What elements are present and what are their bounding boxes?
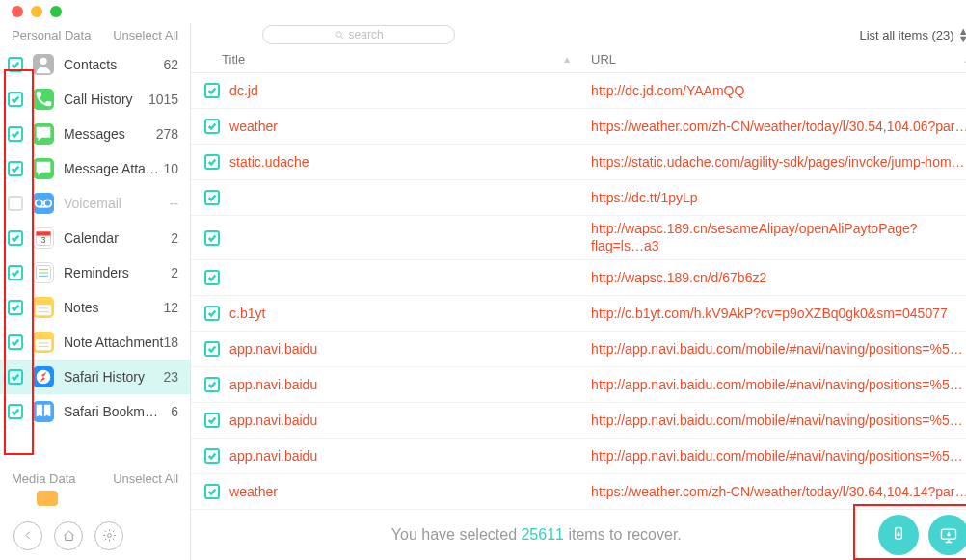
toolbar: search List all items (23) ▲▼ bbox=[191, 23, 966, 46]
category-checkbox bbox=[8, 196, 23, 211]
table-row[interactable]: c.b1ythttp://c.b1yt.com/h.kV9AkP?cv=p9oX… bbox=[191, 296, 966, 332]
table-row[interactable]: app.navi.baiduhttp://app.navi.baidu.com/… bbox=[191, 332, 966, 367]
table-row[interactable]: app.navi.baiduhttp://app.navi.baidu.com/… bbox=[191, 439, 966, 474]
table-row[interactable]: static.udachehttps://static.udache.com/a… bbox=[191, 145, 966, 180]
svg-point-0 bbox=[40, 58, 46, 65]
table-row[interactable]: app.navi.baiduhttp://app.navi.baidu.com/… bbox=[191, 403, 966, 439]
zoom-window-icon[interactable] bbox=[50, 6, 62, 17]
category-checkbox[interactable] bbox=[8, 369, 23, 385]
sidebar-item[interactable]: Notes12 bbox=[0, 290, 190, 325]
category-checkbox[interactable] bbox=[8, 161, 23, 176]
category-checkbox[interactable] bbox=[8, 92, 23, 107]
category-count: 62 bbox=[164, 57, 179, 72]
person-icon bbox=[33, 54, 54, 75]
window-titlebar bbox=[0, 0, 966, 23]
sort-icon: ▲ bbox=[963, 54, 966, 65]
row-url: http://app.navi.baidu.com/mobile/#navi/n… bbox=[581, 341, 966, 357]
search-icon bbox=[335, 30, 345, 40]
category-checkbox[interactable] bbox=[8, 230, 23, 246]
category-label: Contacts bbox=[64, 57, 164, 72]
row-title: weather bbox=[229, 484, 581, 499]
svg-point-20 bbox=[107, 534, 111, 538]
row-url: http://app.navi.baidu.com/mobile/#navi/n… bbox=[581, 448, 966, 464]
bubble-icon bbox=[33, 158, 54, 179]
column-url[interactable]: URL▲ bbox=[581, 52, 966, 67]
settings-button[interactable] bbox=[94, 521, 123, 550]
row-checkbox[interactable] bbox=[204, 190, 220, 205]
category-label: Reminders bbox=[64, 265, 171, 280]
list-filter-dropdown[interactable]: List all items (23) ▲▼ bbox=[859, 27, 966, 42]
recover-to-device-button[interactable] bbox=[878, 515, 919, 555]
row-checkbox[interactable] bbox=[204, 306, 220, 321]
sidebar: Personal Data Unselect All Contacts62Cal… bbox=[0, 23, 191, 560]
category-checkbox[interactable] bbox=[8, 404, 23, 419]
main-content: search List all items (23) ▲▼ Title▲ URL… bbox=[191, 23, 966, 560]
minimize-window-icon[interactable] bbox=[31, 6, 42, 17]
row-checkbox[interactable] bbox=[204, 154, 220, 170]
sidebar-item[interactable]: Safari Bookm…6 bbox=[0, 394, 190, 429]
row-url: http://wapsc.189.cn/sesameAlipay/openAli… bbox=[581, 221, 966, 254]
column-title[interactable]: Title▲ bbox=[191, 52, 581, 67]
sidebar-item[interactable]: Contacts62 bbox=[0, 47, 190, 82]
row-checkbox[interactable] bbox=[204, 270, 220, 285]
sidebar-item[interactable]: Reminders2 bbox=[0, 255, 190, 290]
category-checkbox[interactable] bbox=[8, 57, 23, 72]
table-row[interactable]: http://wapsc.189.cn/d/67b6z2 bbox=[191, 260, 966, 296]
notes-icon bbox=[33, 297, 54, 318]
table-row[interactable]: weatherhttps://weather.com/zh-CN/weather… bbox=[191, 474, 966, 510]
category-count: 10 bbox=[164, 161, 179, 176]
table-row[interactable]: app.navi.baiduhttp://app.navi.baidu.com/… bbox=[191, 367, 966, 403]
category-label: Safari History bbox=[64, 369, 164, 385]
row-checkbox[interactable] bbox=[204, 341, 220, 357]
sidebar-item[interactable]: Message Atta…10 bbox=[0, 151, 190, 186]
section-title: Media Data bbox=[12, 471, 75, 486]
selection-summary: You have selected 25611 items to recover… bbox=[204, 526, 868, 544]
row-checkbox[interactable] bbox=[204, 484, 220, 499]
table-row[interactable]: https://dc.tt/1pyLp bbox=[191, 180, 966, 216]
row-checkbox[interactable] bbox=[204, 377, 220, 392]
section-title: Personal Data bbox=[12, 28, 91, 42]
category-checkbox[interactable] bbox=[8, 126, 23, 142]
row-url: http://app.navi.baidu.com/mobile/#navi/n… bbox=[581, 413, 966, 428]
row-title: static.udache bbox=[229, 154, 581, 170]
svg-rect-11 bbox=[36, 300, 52, 306]
unselect-all-button[interactable]: Unselect All bbox=[113, 471, 178, 486]
svg-rect-15 bbox=[36, 334, 52, 340]
sidebar-item[interactable]: 3Calendar2 bbox=[0, 221, 190, 255]
sidebar-item[interactable]: Messages278 bbox=[0, 117, 190, 151]
recover-to-computer-button[interactable] bbox=[928, 515, 966, 555]
category-checkbox[interactable] bbox=[8, 334, 23, 350]
category-count: 12 bbox=[164, 300, 179, 315]
row-checkbox[interactable] bbox=[204, 119, 220, 134]
category-checkbox[interactable] bbox=[8, 265, 23, 280]
row-checkbox[interactable] bbox=[204, 83, 220, 98]
row-checkbox[interactable] bbox=[204, 413, 220, 428]
row-checkbox[interactable] bbox=[204, 230, 220, 246]
row-title: dc.jd bbox=[229, 83, 581, 98]
search-input[interactable]: search bbox=[262, 25, 455, 44]
photos-icon bbox=[37, 491, 58, 506]
book-icon bbox=[33, 401, 54, 422]
back-button[interactable] bbox=[13, 521, 42, 550]
cal-icon: 3 bbox=[33, 227, 54, 249]
sidebar-item[interactable]: Safari History23 bbox=[0, 360, 190, 394]
category-checkbox[interactable] bbox=[8, 300, 23, 315]
sidebar-item[interactable]: Note Attachment18 bbox=[0, 325, 190, 360]
phone-icon bbox=[33, 89, 54, 110]
table-row[interactable]: dc.jdhttp://dc.jd.com/YAAmQQ bbox=[191, 73, 966, 109]
row-title: app.navi.baidu bbox=[229, 448, 581, 464]
rem-icon bbox=[33, 262, 54, 283]
category-label: Call History bbox=[64, 92, 148, 107]
unselect-all-button[interactable]: Unselect All bbox=[113, 28, 178, 42]
category-count: 6 bbox=[171, 404, 178, 419]
table-row[interactable]: http://wapsc.189.cn/sesameAlipay/openAli… bbox=[191, 216, 966, 260]
svg-point-19 bbox=[37, 370, 51, 385]
sidebar-item[interactable]: Call History1015 bbox=[0, 82, 190, 117]
close-window-icon[interactable] bbox=[12, 6, 23, 17]
row-url: http://c.b1yt.com/h.kV9AkP?cv=p9oXZBq0gk… bbox=[581, 306, 966, 321]
row-title: c.b1yt bbox=[229, 306, 581, 321]
notes-icon bbox=[33, 332, 54, 353]
row-checkbox[interactable] bbox=[204, 448, 220, 464]
table-row[interactable]: weatherhttps://weather.com/zh-CN/weather… bbox=[191, 109, 966, 145]
home-button[interactable] bbox=[54, 521, 83, 550]
